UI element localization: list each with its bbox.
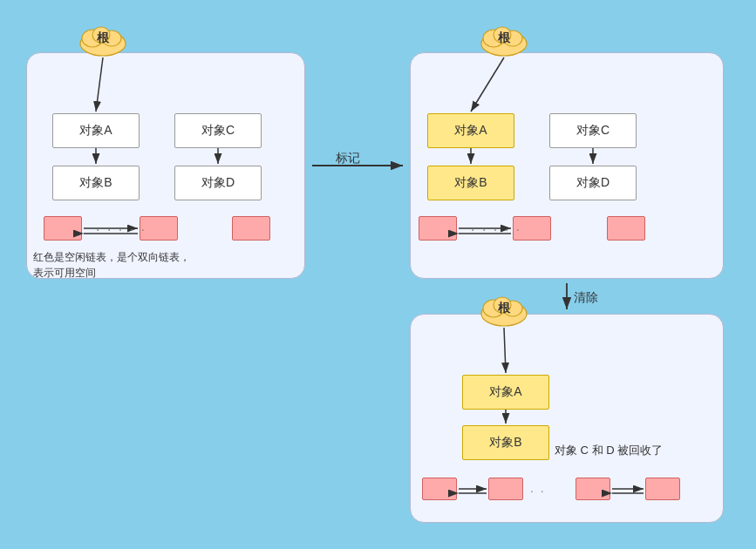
cloud-left: 根: [77, 19, 129, 58]
free-block-br-4: [645, 478, 680, 500]
obj-box-tr-D: 对象D: [549, 166, 637, 200]
obj-box-left-B: 对象B: [52, 166, 140, 200]
obj-box-br-A: 对象A: [462, 375, 549, 410]
obj-box-left-A: 对象A: [52, 113, 140, 148]
mark-label: 标记: [336, 151, 360, 166]
obj-box-tr-A: 对象A: [427, 113, 514, 148]
obj-box-br-B: 对象B: [462, 425, 549, 460]
dots-br: · ·: [530, 484, 546, 498]
diagram-container: 根 对象A 对象B 对象C 对象D 红色是空闲链表，是个双向链表， 表示可用空间: [0, 0, 756, 549]
free-block-br-3: [576, 478, 610, 500]
free-block-br-2: [488, 478, 523, 500]
obj-box-tr-B: 对象B: [427, 166, 514, 200]
free-block-br-1: [422, 478, 457, 500]
sweep-label: 清除: [574, 290, 598, 306]
obj-box-left-C: 对象C: [174, 113, 262, 148]
free-block-tr-3: [607, 216, 645, 241]
obj-box-left-D: 对象D: [174, 166, 262, 200]
cloud-top-right: 根: [478, 19, 530, 58]
free-list-desc: 红色是空闲链表，是个双向链表， 表示可用空间: [33, 249, 190, 281]
free-block-tr-1: [419, 216, 457, 241]
free-block-left-3: [232, 216, 270, 241]
dots-left: · · · · ·: [96, 222, 146, 238]
obj-box-tr-C: 对象C: [549, 113, 637, 148]
free-block-left-1: [44, 216, 82, 241]
cloud-bottom-right: 根: [478, 289, 530, 328]
recycle-desc: 对象 C 和 D 被回收了: [555, 443, 663, 458]
dots-tr: · · · · ·: [471, 222, 521, 238]
